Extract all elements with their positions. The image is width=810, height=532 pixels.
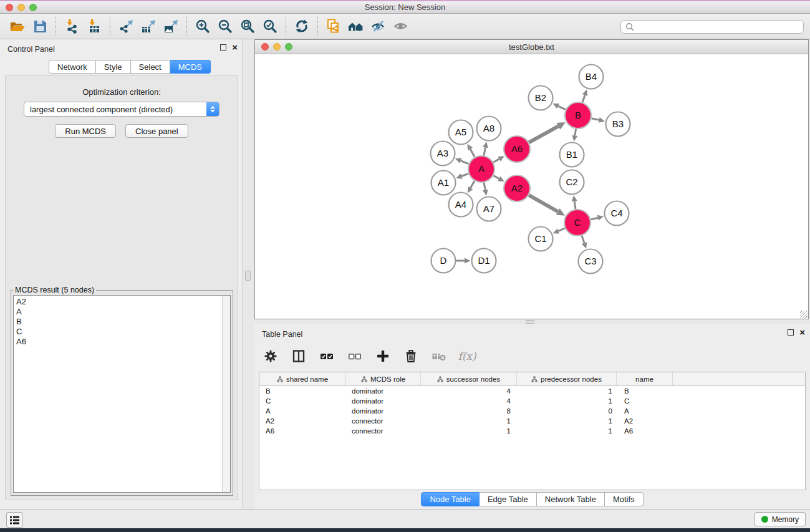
table-cell[interactable]: B	[259, 386, 345, 396]
export-network-button[interactable]	[115, 16, 137, 37]
close-panel-button[interactable]: Close panel	[125, 124, 188, 138]
delete-row-button[interactable]	[402, 347, 420, 365]
import-table-button[interactable]	[83, 16, 105, 37]
network-from-file-button[interactable]	[322, 16, 345, 37]
tab-style[interactable]: Style	[96, 60, 131, 74]
table-cell[interactable]: connector	[345, 426, 420, 436]
graph-node-D[interactable]: D	[432, 249, 456, 273]
table-cell[interactable]: dominator	[345, 406, 420, 416]
open-session-button[interactable]	[6, 16, 29, 37]
graph-node-A5[interactable]: A5	[449, 120, 473, 145]
mcds-result-list[interactable]: A2ABCA6	[13, 295, 231, 493]
table-row[interactable]: Bdominator41B	[259, 386, 805, 396]
tab-network[interactable]: Network	[49, 60, 96, 74]
eye-button[interactable]	[390, 16, 412, 37]
graph-edge-D-D1[interactable]	[456, 258, 471, 264]
table-cell[interactable]: 1	[516, 416, 616, 426]
column-header-predecessor-nodes[interactable]: predecessor nodes	[516, 372, 616, 385]
graph-node-B3[interactable]: B3	[606, 112, 630, 137]
column-header-MCDS-role[interactable]: MCDS role	[345, 372, 420, 385]
mcds-result-item[interactable]: A6	[14, 337, 230, 347]
splitter-handle[interactable]	[245, 271, 251, 281]
graph-node-B4[interactable]: B4	[579, 65, 604, 89]
table-cell[interactable]: 1	[420, 426, 516, 436]
graph-node-A4[interactable]: A4	[449, 193, 473, 217]
graph-node-C2[interactable]: C2	[560, 170, 584, 195]
mcds-result-item[interactable]: C	[14, 327, 230, 337]
table-cell[interactable]: 1	[420, 416, 516, 426]
graph-edge-A-A8[interactable]	[483, 142, 488, 155]
table-cell[interactable]: 1	[516, 396, 616, 406]
splitter-handle[interactable]	[526, 320, 534, 324]
graph-node-C3[interactable]: C3	[579, 249, 603, 274]
memory-button[interactable]: Memory	[755, 512, 806, 526]
home-button[interactable]	[345, 16, 367, 37]
mcds-result-item[interactable]: A	[14, 307, 230, 317]
zoom-selected-button[interactable]	[259, 16, 281, 37]
graph-node-C1[interactable]: C1	[529, 227, 553, 251]
graph-node-C[interactable]: C	[564, 210, 591, 236]
graph-node-A8[interactable]: A8	[477, 117, 501, 141]
add-row-button[interactable]	[374, 347, 392, 365]
table-cell[interactable]: B	[616, 386, 672, 396]
table-cell[interactable]: dominator	[345, 386, 420, 396]
table-cell[interactable]: 1	[516, 426, 616, 436]
show-hide-button[interactable]	[367, 16, 390, 37]
refresh-button[interactable]	[291, 16, 313, 37]
deselect-all-button[interactable]	[346, 347, 364, 365]
table-cell[interactable]: connector	[345, 416, 420, 426]
table-cell[interactable]: C	[616, 396, 672, 406]
table-row[interactable]: A6connector11A6	[259, 426, 805, 436]
graph-node-A[interactable]: A	[468, 156, 494, 182]
float-panel-icon[interactable]	[220, 44, 226, 51]
graph-edge-A-A4[interactable]	[468, 181, 475, 193]
float-panel-icon[interactable]	[788, 329, 794, 336]
table-row[interactable]: A2connector11A2	[259, 416, 805, 426]
graph-node-A1[interactable]: A1	[432, 171, 456, 195]
mcds-result-item[interactable]: B	[14, 317, 230, 327]
tab-select[interactable]: Select	[131, 60, 170, 74]
table-cell[interactable]: A2	[259, 416, 345, 426]
graph-node-B1[interactable]: B1	[560, 143, 584, 167]
tab-network-table[interactable]: Network Table	[537, 492, 605, 506]
table-cell[interactable]: C	[259, 396, 345, 406]
graph-edge-B-B4[interactable]	[582, 89, 588, 102]
graph-edge-A-A3[interactable]	[455, 158, 469, 163]
graph-edge-A-A6[interactable]	[493, 156, 504, 162]
table-cell[interactable]: A2	[616, 416, 672, 426]
column-header-successor-nodes[interactable]: successor nodes	[420, 372, 516, 385]
column-header-shared-name[interactable]: shared name	[259, 372, 345, 385]
graph-node-A6[interactable]: A6	[504, 136, 530, 162]
table-cell[interactable]: A	[259, 406, 345, 416]
table-cell[interactable]: A6	[259, 426, 345, 436]
close-panel-icon[interactable]: ×	[799, 329, 805, 336]
graph-edge-C-C3[interactable]	[582, 236, 587, 249]
zoom-in-button[interactable]	[191, 16, 214, 37]
graph-edge-A-A7[interactable]	[483, 183, 488, 196]
table-cell[interactable]: 0	[516, 406, 616, 416]
delete-table-button[interactable]	[430, 347, 448, 365]
settings-gear-button[interactable]	[262, 347, 279, 365]
tab-mcds[interactable]: MCDS	[170, 60, 211, 74]
export-table-button[interactable]	[137, 16, 160, 37]
table-cell[interactable]: 8	[420, 406, 516, 416]
graph-edge-C-C1[interactable]	[553, 228, 565, 234]
table-cell[interactable]: A6	[616, 426, 672, 436]
graph-edge-C-C4[interactable]	[591, 215, 604, 221]
graph-edge-B-B3[interactable]	[591, 117, 605, 123]
graph-node-A3[interactable]: A3	[431, 142, 455, 166]
close-panel-icon[interactable]: ×	[232, 44, 238, 51]
graph-edge-A-A2[interactable]	[493, 176, 504, 182]
graph-edge-A6-B[interactable]	[529, 122, 566, 142]
criterion-dropdown[interactable]: largest connected component (directed)	[24, 102, 219, 117]
graph-node-C4[interactable]: C4	[605, 201, 629, 226]
search-input[interactable]	[637, 21, 803, 32]
column-layout-button[interactable]	[290, 347, 307, 365]
select-all-button[interactable]	[318, 347, 335, 365]
search-box[interactable]	[620, 20, 804, 34]
zoom-out-button[interactable]	[214, 16, 236, 37]
tab-edge-table[interactable]: Edge Table	[480, 492, 537, 506]
graph-node-B2[interactable]: B2	[529, 86, 553, 110]
mcds-result-scrollbar[interactable]	[222, 296, 230, 492]
tab-node-table[interactable]: Node Table	[421, 492, 480, 506]
